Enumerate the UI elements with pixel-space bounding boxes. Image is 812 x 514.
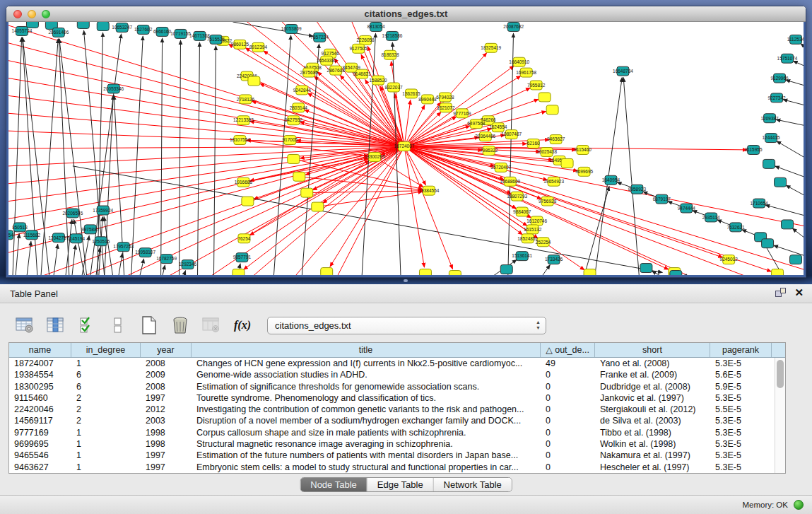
table-cell[interactable]: Estimation of significance thresholds fo… [192, 381, 541, 392]
tab-node-table[interactable]: Node Table [300, 478, 367, 491]
graph-node-yellow[interactable]: 18300295 [365, 152, 385, 161]
table-cell[interactable]: Franke et al. (2009) [595, 369, 710, 380]
graph-node-yellow[interactable] [584, 269, 596, 275]
graph-node-teal[interactable] [670, 271, 682, 275]
table-cell[interactable]: 0 [541, 450, 595, 461]
table-cell[interactable]: Changes of HCN gene expression and I(f) … [192, 358, 541, 369]
table-cell[interactable]: 2 [71, 392, 141, 404]
graph-node-teal[interactable]: 1115682 [23, 230, 41, 240]
graph-node-teal[interactable]: 8115955 [745, 146, 763, 155]
graph-edge[interactable] [765, 205, 804, 216]
table-cell[interactable]: Yano et al. (2008) [595, 358, 710, 369]
graph-node-teal[interactable]: 14055724 [12, 26, 33, 35]
table-cell[interactable]: 9463627 [9, 462, 71, 473]
column-header-in_degree[interactable]: in_degree [71, 343, 141, 357]
table-cell[interactable]: 5.9E-5 [710, 381, 772, 392]
column-header-title[interactable]: title [192, 343, 541, 357]
column-header-year[interactable]: year [141, 343, 192, 357]
table-cell[interactable]: 0 [541, 438, 595, 450]
graph-node-teal[interactable]: 10653247 [112, 23, 132, 32]
graph-node-yellow[interactable]: 7986322 [480, 146, 498, 156]
graph-edge[interactable] [404, 146, 804, 226]
graph-node-yellow[interactable]: 1362615 [402, 89, 420, 98]
table-cell[interactable]: 1 [71, 450, 141, 461]
graph-edge[interactable] [8, 146, 404, 218]
graph-node-yellow[interactable]: 1624554 [489, 123, 507, 132]
graph-node-teal[interactable]: 10719155 [170, 29, 191, 38]
graph-edge[interactable] [249, 146, 404, 181]
graph-node-teal[interactable]: 1640954 [602, 175, 620, 185]
graph-node-teal[interactable]: 6966160 [153, 27, 172, 36]
table-cell[interactable]: 22420046 [9, 404, 71, 415]
table-row[interactable]: 1872400712008Changes of HCN gene express… [9, 358, 785, 369]
graph-node-yellow[interactable]: 9756928 [539, 197, 557, 206]
table-cell[interactable]: 18724007 [9, 358, 71, 369]
graph-edge[interactable] [8, 43, 404, 146]
graph-node-yellow[interactable]: 10807487 [501, 130, 522, 139]
graph-edge[interactable] [404, 112, 441, 146]
graph-node-yellow[interactable] [419, 269, 431, 275]
graph-edge[interactable] [307, 191, 423, 193]
table-cell[interactable]: 9465546 [9, 450, 71, 461]
graph-edge[interactable] [776, 119, 804, 125]
graph-edge[interactable] [775, 166, 804, 177]
table-cell[interactable]: Dudbridge et al. (2008) [595, 381, 710, 392]
graph-node-yellow[interactable] [546, 105, 558, 115]
table-cell[interactable]: 9115460 [9, 392, 71, 404]
table-row[interactable]: 977716911998Corpus callosum shape and si… [9, 427, 785, 438]
graph-node-teal[interactable]: 39154 [8, 230, 13, 240]
table-cell[interactable]: 0 [541, 415, 595, 426]
graph-node-teal[interactable]: 9227342 [767, 93, 786, 103]
graph-edge[interactable] [168, 146, 404, 275]
graph-node-teal[interactable]: 1527602 [134, 25, 153, 34]
graph-node-yellow[interactable]: 16543382 [317, 56, 337, 65]
table-cell[interactable]: 1998 [141, 438, 192, 450]
graph-node-teal[interactable]: 20087682 [503, 22, 524, 31]
graph-node-teal[interactable]: 1244415 [762, 134, 780, 143]
graph-node-yellow[interactable]: 10025438 [536, 148, 557, 157]
graph-edge[interactable] [793, 61, 804, 65]
table-cell[interactable]: 5.3E-5 [710, 438, 772, 450]
graph-edge[interactable] [27, 241, 31, 275]
graph-node-yellow[interactable] [242, 197, 254, 206]
graph-node-teal[interactable]: 1710654 [750, 199, 768, 208]
graph-edge[interactable] [783, 100, 804, 105]
column-header-short[interactable]: short [595, 343, 710, 357]
table-row[interactable]: 946362711997Embryonic stem cells: a mode… [9, 462, 785, 473]
graph-node-teal[interactable]: 9857791 [233, 253, 252, 262]
graph-node-yellow[interactable]: 9245012 [720, 255, 739, 264]
graph-edge[interactable] [404, 66, 514, 146]
table-cell[interactable]: 5.5E-5 [710, 404, 772, 415]
table-cell[interactable]: 0 [541, 381, 595, 392]
graph-edge[interactable] [13, 37, 22, 275]
table-cell[interactable]: Estimation of the future numbers of pati… [192, 450, 541, 461]
graph-node-teal[interactable]: 19218586 [382, 31, 403, 40]
graph-node-teal[interactable] [640, 264, 652, 273]
graph-node-teal[interactable] [763, 159, 775, 168]
graph-node-teal[interactable]: 8958923 [628, 185, 647, 194]
table-cell[interactable]: 1 [71, 462, 141, 473]
graph-node-yellow[interactable]: 76254 [237, 234, 250, 243]
graph-node-teal[interactable] [775, 177, 787, 187]
graph-node-teal[interactable]: 17957253 [113, 243, 134, 252]
table-cell[interactable]: 14569117 [9, 415, 71, 426]
graph-edge[interactable] [786, 185, 804, 195]
graph-edge[interactable] [119, 253, 123, 275]
graph-edge[interactable] [777, 141, 804, 157]
network-canvas[interactable]: 7663822986012589123942242004627181261221… [6, 22, 806, 277]
graph-node-teal[interactable]: 7632621 [727, 223, 746, 232]
graph-edge[interactable] [161, 38, 163, 275]
function-builder-button[interactable]: f(x) [232, 315, 253, 336]
graph-node-yellow[interactable]: 19384554 [419, 186, 440, 195]
table-row[interactable]: 1938455462009Genome-wide association stu… [9, 369, 785, 380]
table-cell[interactable]: Hescheler et al. (1997) [595, 462, 710, 473]
table-cell[interactable]: de Silva et al. (2003) [595, 415, 710, 426]
graph-node-yellow[interactable]: 8912394 [249, 42, 268, 52]
graph-node-yellow[interactable]: 8322037 [384, 83, 403, 92]
graph-edge[interactable] [404, 146, 772, 271]
graph-edge[interactable] [623, 78, 639, 275]
splitter-handle[interactable] [404, 279, 408, 282]
delete-table-button[interactable] [201, 315, 222, 336]
network-window[interactable]: citations_edges.txt 76638229860125891239… [6, 6, 806, 278]
graph-edge[interactable] [8, 146, 404, 184]
